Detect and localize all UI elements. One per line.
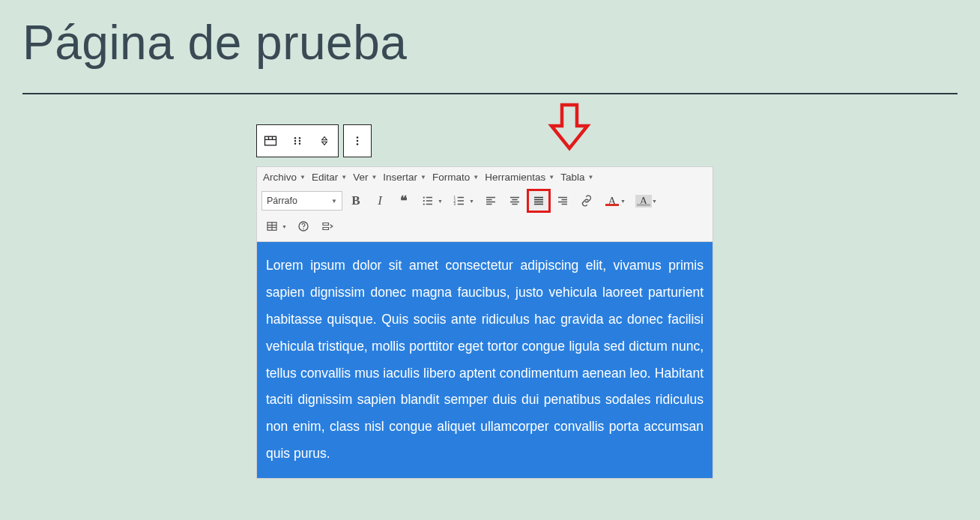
svg-point-15 xyxy=(423,200,425,202)
editor-toolbar-row2 xyxy=(257,214,713,241)
svg-point-4 xyxy=(294,137,296,139)
chevron-down-icon: ▼ xyxy=(341,174,347,181)
classic-block-icon[interactable] xyxy=(257,125,284,157)
text-color-button[interactable]: A xyxy=(600,190,629,211)
menu-herramientas[interactable]: Herramientas▼ xyxy=(485,172,554,183)
drag-handle-icon[interactable] xyxy=(284,125,311,157)
more-options-icon[interactable] xyxy=(344,125,371,157)
chevron-down-icon: ▼ xyxy=(300,174,306,181)
background-color-button[interactable]: A xyxy=(632,190,660,211)
chevron-down-icon: ▼ xyxy=(331,198,337,205)
menu-formato[interactable]: Formato▼ xyxy=(432,172,479,183)
align-justify-button[interactable] xyxy=(528,190,549,211)
svg-point-46 xyxy=(303,229,304,230)
menu-ver[interactable]: Ver▼ xyxy=(353,172,377,183)
blockquote-button[interactable]: ❝ xyxy=(393,190,414,211)
move-up-down-icon[interactable] xyxy=(311,125,338,157)
editor-content-area[interactable]: Lorem ipsum dolor sit amet consectetur a… xyxy=(256,242,713,479)
menu-editar[interactable]: Editar▼ xyxy=(312,172,347,183)
editor-toolbar-row1: Párrafo ▼ B I ❝ 123 xyxy=(257,187,713,214)
block-toolbar-group-main xyxy=(256,124,339,157)
menu-label: Formato xyxy=(432,172,470,183)
menu-tabla[interactable]: Tabla▼ xyxy=(560,172,593,183)
svg-point-5 xyxy=(299,137,300,139)
menu-label: Ver xyxy=(353,172,368,183)
svg-rect-0 xyxy=(265,136,276,145)
format-select-value: Párrafo xyxy=(267,196,297,206)
help-button[interactable] xyxy=(293,216,314,237)
chevron-down-icon: ▼ xyxy=(473,174,479,181)
chevron-down-icon: ▼ xyxy=(371,174,377,181)
selected-paragraph[interactable]: Lorem ipsum dolor sit amet consectetur a… xyxy=(257,242,713,478)
menu-label: Archivo xyxy=(263,172,297,183)
italic-button[interactable]: I xyxy=(369,190,390,211)
align-right-button[interactable] xyxy=(552,190,573,211)
title-divider xyxy=(22,93,958,94)
text-color-icon: A xyxy=(604,195,620,208)
menu-insertar[interactable]: Insertar▼ xyxy=(383,172,426,183)
chevron-down-icon: ▼ xyxy=(587,174,593,181)
menu-label: Insertar xyxy=(383,172,417,183)
menu-archivo[interactable]: Archivo▼ xyxy=(263,172,306,183)
bulleted-list-button[interactable] xyxy=(417,190,446,211)
menu-label: Herramientas xyxy=(485,172,545,183)
svg-text:3: 3 xyxy=(454,202,456,206)
editor-menubar: Archivo▼ Editar▼ Ver▼ Insertar▼ Formato▼… xyxy=(257,167,713,187)
svg-point-10 xyxy=(357,136,359,139)
chevron-down-icon: ▼ xyxy=(420,174,426,181)
svg-point-17 xyxy=(423,203,425,205)
distraction-free-button[interactable] xyxy=(317,216,338,237)
page-title: Página de prueba xyxy=(0,0,980,93)
svg-point-9 xyxy=(299,143,300,145)
background-color-icon: A xyxy=(635,195,652,208)
chevron-down-icon: ▼ xyxy=(548,174,554,181)
table-button[interactable] xyxy=(261,216,290,237)
align-left-button[interactable] xyxy=(480,190,501,211)
svg-point-7 xyxy=(299,140,300,142)
link-button[interactable] xyxy=(576,190,597,211)
svg-point-12 xyxy=(357,143,359,145)
menu-label: Tabla xyxy=(560,172,584,183)
block-toolbar xyxy=(256,124,713,157)
svg-point-8 xyxy=(294,143,296,145)
numbered-list-button[interactable]: 123 xyxy=(449,190,477,211)
svg-point-6 xyxy=(294,140,296,142)
svg-point-11 xyxy=(357,140,359,142)
align-center-button[interactable] xyxy=(504,190,525,211)
svg-point-13 xyxy=(423,196,425,198)
editor-container: Archivo▼ Editar▼ Ver▼ Insertar▼ Formato▼… xyxy=(256,124,713,479)
block-toolbar-group-more xyxy=(343,124,372,157)
editor-panel: Archivo▼ Editar▼ Ver▼ Insertar▼ Formato▼… xyxy=(256,166,713,242)
menu-label: Editar xyxy=(312,172,338,183)
format-select[interactable]: Párrafo ▼ xyxy=(261,191,342,211)
bold-button[interactable]: B xyxy=(345,190,366,211)
